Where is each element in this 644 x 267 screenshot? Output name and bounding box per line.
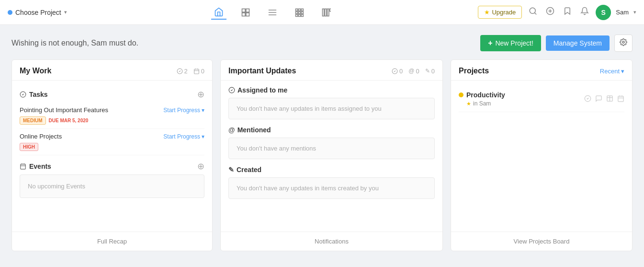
important-updates-header: Important Updates 0 @ 0 ✎ 0 [221,60,442,81]
important-updates-panel: Important Updates 0 @ 0 ✎ 0 [220,59,443,251]
svg-rect-10 [296,12,298,13]
project-dot [8,10,12,15]
nav-center [67,5,478,20]
project-name: Productivity [459,91,505,99]
updates-stats: 0 @ 0 ✎ 0 [392,68,435,75]
nav-list-btn[interactable] [265,6,280,19]
my-work-stats: 2 0 [177,68,204,75]
page-header: Wishing is not enough, Sam must do. + Ne… [0,25,644,59]
svg-rect-0 [242,9,246,12]
my-work-footer[interactable]: Full Recap [12,232,212,251]
project-left: Productivity ★ in Sam [459,91,505,107]
user-name[interactable]: Sam [616,9,629,16]
choose-project[interactable]: Choose Project ▾ [8,9,67,16]
task-item: Pointing Out Important Features Start Pr… [20,103,204,129]
mentioned-empty-box: You don't have any mentions [228,138,435,159]
events-section-header: Events ⊕ [20,162,204,171]
svg-line-21 [535,12,536,14]
task-tags: HIGH [20,143,204,151]
bookmark-button[interactable] [561,5,574,20]
chevron-down-icon: ▾ [621,68,624,75]
svg-rect-27 [194,69,199,74]
main-content: My Work 2 0 Tasks ⊕ [0,59,644,263]
upgrade-button[interactable]: ★ Upgrade [478,6,522,19]
start-progress-button-2[interactable]: Start Progress ▾ [163,133,204,140]
nav-grid3-btn[interactable] [292,6,307,19]
my-work-panel: My Work 2 0 Tasks ⊕ [11,59,213,251]
check-stat: 0 [392,68,403,75]
nav-grid4-btn[interactable] [318,6,334,19]
svg-rect-3 [246,12,249,16]
assigned-to-me-title: Assigned to me [228,86,435,94]
events-section: Events ⊕ No upcoming Events [20,162,204,198]
page-actions: + New Project! Manage System [480,35,633,52]
table-icon[interactable] [606,95,613,104]
star-icon: ★ [484,9,490,16]
search-button[interactable] [527,5,539,20]
nav-home-btn[interactable] [211,5,226,20]
calendar-icon[interactable] [617,95,624,104]
top-nav: Choose Project ▾ ★ Upgrade [0,0,644,25]
task-top-row: Pointing Out Important Features Start Pr… [20,106,204,114]
notifications-button[interactable] [578,5,591,20]
projects-footer[interactable]: View Projects Board [451,232,632,251]
nav-right: ★ Upgrade S Sam ▾ [478,5,636,20]
svg-rect-14 [298,14,300,16]
no-events-box: No upcoming Events [20,174,204,198]
star-icon: ★ [466,101,471,107]
projects-header: Projects Recent ▾ [451,60,632,81]
assigned-empty-box: You don't have any updates in items assi… [228,98,435,119]
svg-rect-13 [296,14,298,16]
svg-rect-18 [328,9,329,16]
tasks-section-header: Tasks ⊕ [20,90,204,99]
project-actions [584,95,624,104]
tasks-stat: 2 [177,68,188,75]
projects-body: Productivity ★ in Sam [451,81,632,232]
mentioned-title: @ Mentioned [228,126,435,134]
nav-grid2-btn[interactable] [238,6,253,19]
svg-rect-1 [246,9,249,12]
projects-panel: Projects Recent ▾ Productivity ★ in Sam [451,59,633,251]
user-avatar[interactable]: S [596,5,611,20]
greeting-text: Wishing is not enough, Sam must do. [11,39,138,47]
edit-icon: ✎ [228,166,234,174]
task-name: Pointing Out Important Features [20,106,108,114]
svg-rect-12 [301,12,303,13]
task-name: Online Projects [20,133,62,140]
svg-rect-2 [242,12,246,16]
add-event-button[interactable]: ⊕ [197,162,204,171]
task-top-row: Online Projects Start Progress ▾ [20,133,204,140]
add-task-button[interactable]: ⊕ [197,90,204,99]
new-project-button[interactable]: + New Project! [480,35,541,51]
svg-rect-17 [325,9,327,16]
start-progress-button-1[interactable]: Start Progress ▾ [163,107,204,114]
add-button[interactable] [544,5,556,20]
priority-tag: HIGH [20,143,38,151]
plus-icon: + [488,39,492,47]
svg-rect-19 [330,9,331,11]
my-work-title: My Work [20,67,51,75]
created-title: ✎ Created [228,166,435,174]
svg-point-25 [622,41,624,43]
edit-stat: ✎ 0 [425,68,435,75]
chat-icon[interactable] [595,95,602,104]
project-row: Productivity ★ in Sam [459,86,624,112]
priority-tag: MEDIUM [20,116,46,125]
svg-rect-7 [296,9,298,11]
chevron-down-icon: ▾ [202,133,204,140]
check-circle-icon[interactable] [584,95,591,104]
svg-rect-32 [21,164,26,169]
events-section-title: Events [20,163,51,170]
project-dot [459,93,463,97]
svg-rect-8 [298,9,300,11]
my-work-body: Tasks ⊕ Pointing Out Important Features … [12,81,212,232]
user-chevron-icon[interactable]: ▾ [633,9,636,15]
created-section: ✎ Created You don't have any updates in … [228,166,435,199]
recent-button[interactable]: Recent ▾ [600,68,624,75]
mentioned-section: @ Mentioned You don't have any mentions [228,126,435,159]
important-updates-body: Assigned to me You don't have any update… [221,81,442,232]
important-updates-title: Important Updates [228,67,296,75]
manage-system-button[interactable]: Manage System [546,35,610,51]
settings-button[interactable] [614,35,633,52]
important-updates-footer[interactable]: Notifications [221,232,442,251]
